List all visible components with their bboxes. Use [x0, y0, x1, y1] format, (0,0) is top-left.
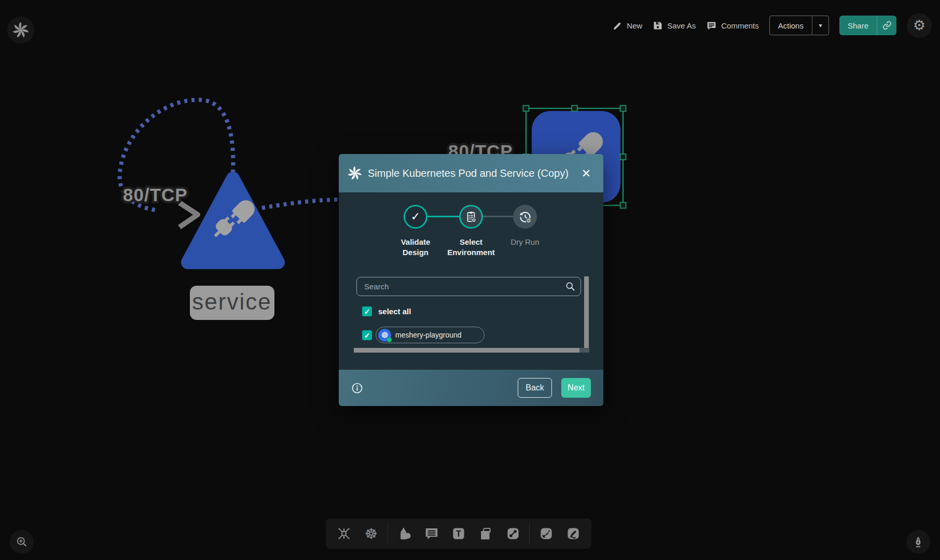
sticky-note-icon: [478, 526, 493, 541]
pen-arrow-icon: [538, 526, 554, 541]
back-button[interactable]: Back: [518, 378, 552, 398]
step-label-validate-design: Validate Design: [387, 237, 444, 258]
components-button[interactable]: [333, 522, 355, 545]
zoom-in-icon: [15, 535, 29, 549]
new-label: New: [627, 21, 642, 30]
svg-text:⚙: ⚙: [472, 217, 476, 223]
horizontal-scrollbar-thumb[interactable]: [354, 348, 579, 353]
connection-status-dot: [387, 338, 392, 342]
vertical-scrollbar[interactable]: [584, 276, 589, 349]
app-logo-button[interactable]: [7, 17, 34, 44]
top-toolbar: New Save As Comments Actions ▾: [613, 15, 932, 36]
modal-footer: Back Next: [339, 370, 603, 406]
kubernetes-tools-button[interactable]: ☸: [360, 522, 382, 545]
check-icon: ✓: [411, 210, 420, 223]
toolbar-divider: [388, 523, 388, 544]
connect-nodes-icon: [505, 526, 521, 541]
copy-link-icon[interactable]: [877, 16, 896, 35]
select-all-checkbox[interactable]: ✓: [362, 306, 372, 316]
deploy-design-modal: Simple Kubernetes Pod and Service (Copy)…: [339, 154, 603, 406]
link-nodes-button[interactable]: [502, 522, 524, 545]
text-icon: T: [451, 526, 466, 541]
actions-split-button[interactable]: Actions ▾: [769, 16, 829, 35]
step-dry-run[interactable]: ⚙: [513, 205, 537, 229]
note-tool-button[interactable]: [475, 522, 496, 545]
save-as-button[interactable]: Save As: [653, 20, 696, 31]
comment-icon: [424, 526, 439, 541]
gear-icon: ⚙: [913, 17, 925, 34]
step-connector-done: [427, 216, 459, 217]
svg-text:T: T: [456, 529, 461, 538]
check-icon: ✓: [364, 307, 370, 316]
edge-label-left: 80/TCP: [123, 185, 188, 205]
annotate-pen-button[interactable]: [906, 530, 930, 554]
bottom-toolbar: ☸ T: [326, 519, 591, 549]
actions-label[interactable]: Actions: [770, 16, 812, 35]
zoom-in-button[interactable]: [10, 530, 34, 554]
search-input[interactable]: [356, 277, 581, 296]
service-node-label: service: [192, 289, 271, 314]
toolbar-divider: [529, 523, 530, 544]
environment-chip[interactable]: ☸ meshery-playground: [376, 327, 485, 343]
settings-gear-button[interactable]: ⚙: [907, 13, 932, 38]
pen-nib-icon: [911, 535, 925, 549]
node-service-triangle[interactable]: [188, 178, 278, 262]
new-button[interactable]: New: [613, 21, 642, 31]
info-icon[interactable]: [351, 382, 363, 394]
step-label-select-environment: Select Environment: [443, 237, 500, 258]
environment-name: meshery-playground: [395, 331, 462, 339]
save-as-label: Save As: [667, 21, 696, 30]
modal-header: Simple Kubernetes Pod and Service (Copy)…: [339, 154, 603, 192]
comment-tool-button[interactable]: [421, 522, 443, 545]
close-icon[interactable]: ✕: [578, 165, 594, 181]
comments-label: Comments: [721, 21, 759, 30]
freehand-draw-button[interactable]: [562, 522, 584, 545]
caret-down-icon[interactable]: ▾: [812, 16, 828, 35]
edge-arrowhead-icon: [179, 203, 198, 227]
next-button[interactable]: Next: [561, 378, 591, 398]
modal-title: Simple Kubernetes Pod and Service (Copy): [368, 167, 578, 179]
step-select-environment[interactable]: ⚙: [459, 205, 483, 229]
dry-run-history-gear-icon: ⚙: [518, 210, 532, 224]
select-all-label: select all: [378, 306, 411, 316]
step-validate-design[interactable]: ✓: [404, 205, 427, 229]
save-icon: [653, 20, 663, 31]
step-connector-pending: [483, 216, 513, 217]
comment-icon: [706, 20, 717, 31]
shapes-button[interactable]: [393, 522, 415, 545]
pencil-icon: [613, 21, 623, 31]
edge-draw-button[interactable]: [535, 522, 557, 545]
share-split-button[interactable]: Share: [839, 16, 896, 35]
horizontal-scrollbar[interactable]: [354, 348, 589, 353]
component-chip-icon: [336, 526, 352, 541]
svg-text:⚙: ⚙: [526, 217, 531, 224]
meshery-logo-icon: [13, 22, 29, 38]
app-root: service 80/TCP 80/TCP: [0, 0, 940, 560]
step-label-dry-run: Dry Run: [496, 237, 554, 247]
clipboard-gear-icon: ⚙: [464, 210, 478, 223]
meshery-logo-icon: [348, 166, 362, 180]
text-tool-button[interactable]: T: [448, 522, 469, 545]
check-icon: ✓: [364, 331, 370, 340]
environment-search: [356, 277, 581, 296]
kubernetes-icon: ☸: [365, 525, 378, 542]
pencil-wave-icon: [565, 526, 581, 541]
share-label[interactable]: Share: [839, 16, 877, 35]
search-icon: [565, 281, 576, 292]
comments-button[interactable]: Comments: [706, 20, 759, 31]
kubernetes-icon: ☸: [378, 329, 391, 342]
shapes-icon: [396, 526, 412, 541]
environment-checkbox[interactable]: ✓: [362, 330, 372, 340]
